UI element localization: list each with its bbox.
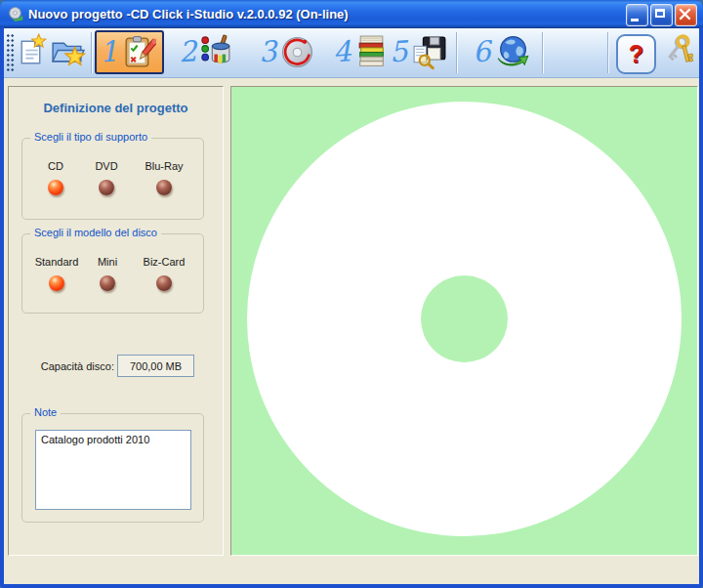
window-title: Nuovo progetto -CD Click i-Studio v.2.0.… [28, 7, 349, 21]
model-option-mini-label: Mini [98, 256, 117, 268]
toolbar-separator [91, 32, 93, 73]
support-option-dvd-label: DVD [95, 160, 117, 172]
toolbar-separator [607, 32, 609, 73]
disc-capacity-value: 700,00 MB [117, 355, 194, 377]
step-6-number: 6 [472, 37, 491, 66]
support-option-dvd-radio[interactable] [99, 180, 114, 195]
notes-group: Note Catalogo prodotti 2010 [21, 413, 204, 523]
step-3-number: 3 [258, 37, 277, 66]
support-option-bluray-radio[interactable] [156, 180, 172, 195]
model-option-bizcard-label: Biz-Card [144, 256, 186, 268]
step-2-design-button[interactable]: 2 [176, 30, 240, 74]
clipboard-pencil-icon [120, 34, 156, 70]
app-icon [7, 6, 23, 22]
minimize-icon [631, 19, 639, 21]
model-option-mini-radio[interactable] [100, 275, 115, 291]
panel-title: Definizione del progetto [9, 101, 223, 115]
maximize-icon [655, 9, 665, 18]
disc-capacity-label: Capacità disco: [21, 360, 114, 372]
paint-bucket-icon [199, 34, 235, 70]
notes-group-label: Note [30, 406, 61, 418]
support-option-cd-label: CD [48, 160, 63, 172]
step-2-number: 2 [178, 37, 197, 66]
step-4-print-button[interactable]: 4 [330, 30, 394, 74]
toolbar-separator [456, 32, 458, 73]
step-3-burn-button[interactable]: 3 [256, 30, 316, 74]
floppy-search-icon [410, 34, 448, 70]
maximize-button[interactable] [650, 4, 673, 26]
open-project-icon [49, 33, 87, 69]
disc-preview-panel [230, 86, 698, 556]
new-project-button[interactable] [14, 33, 50, 69]
minimize-button[interactable] [626, 4, 648, 26]
disc-center-hole [421, 275, 508, 362]
license-keys-icon [659, 32, 699, 72]
support-option-dvd: DVD [85, 160, 128, 195]
support-option-cd-radio[interactable] [48, 180, 63, 195]
model-option-standard-label: Standard [35, 256, 79, 268]
disc-model-group-label: Scegli il modello del disco [30, 227, 161, 238]
help-button[interactable]: ? [616, 34, 656, 74]
support-option-bluray: Blu-Ray [136, 160, 192, 195]
step-1-project-definition-button[interactable]: 1 [95, 30, 164, 74]
step-5-save-button[interactable]: 5 [387, 30, 455, 74]
step-1-number: 1 [99, 37, 118, 66]
disc-model-group: Scegli il modello del disco Standard Min… [21, 233, 204, 314]
toolbar-separator [542, 32, 544, 73]
model-option-standard-radio[interactable] [49, 275, 64, 291]
close-button[interactable] [675, 4, 697, 26]
model-option-bizcard: Biz-Card [134, 256, 194, 291]
model-option-standard: Standard [28, 256, 85, 291]
support-type-group-label: Scegli il tipo di supporto [30, 131, 151, 143]
window-controls [626, 4, 697, 26]
model-option-bizcard-radio[interactable] [156, 275, 172, 291]
titlebar[interactable]: Nuovo progetto -CD Click i-Studio v.2.0.… [0, 0, 703, 27]
support-type-group: Scegli il tipo di supporto CD DVD Blu-Ra… [21, 138, 204, 220]
step-5-number: 5 [389, 37, 408, 66]
step-6-publish-button[interactable]: 6 [470, 30, 538, 74]
step-4-number: 4 [332, 37, 352, 66]
app-window: Nuovo progetto -CD Click i-Studio v.2.0.… [0, 0, 703, 588]
globe-sync-icon [493, 34, 531, 70]
disc-preview [247, 102, 682, 536]
toolbar: 1 [4, 27, 699, 78]
client-area: 1 [4, 27, 699, 584]
help-icon: ? [629, 40, 643, 68]
support-option-cd: CD [34, 160, 77, 195]
license-keys-button[interactable] [659, 32, 699, 72]
close-icon [676, 5, 696, 25]
project-definition-panel: Definizione del progetto Scegli il tipo … [8, 86, 224, 556]
paper-stack-icon [353, 34, 390, 70]
new-project-icon [14, 33, 50, 69]
open-project-button[interactable] [49, 33, 87, 69]
model-option-mini: Mini [89, 256, 126, 291]
cd-burn-icon [279, 34, 315, 70]
support-option-bluray-label: Blu-Ray [145, 160, 183, 172]
notes-textarea[interactable]: Catalogo prodotti 2010 [35, 430, 191, 510]
